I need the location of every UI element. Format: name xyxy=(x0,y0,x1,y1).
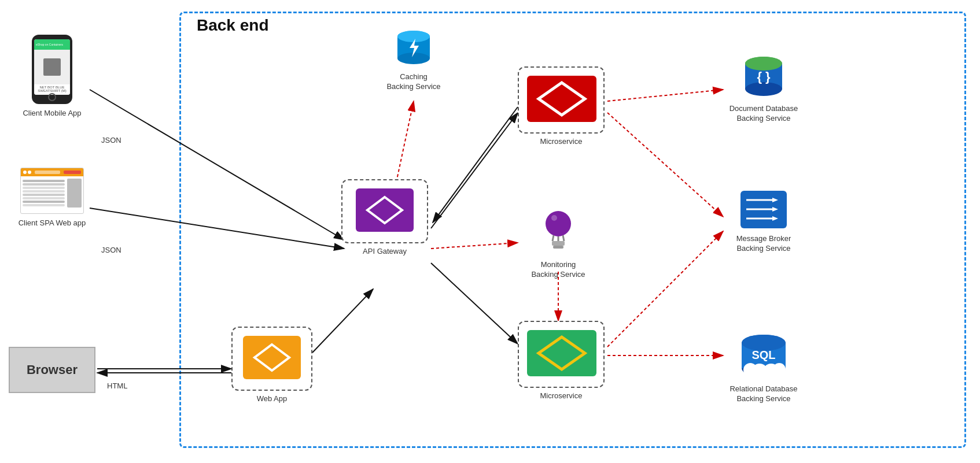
document-db-icon: { } xyxy=(723,52,804,101)
svg-text:{ }: { } xyxy=(757,69,771,84)
api-gateway-label: API Gateway xyxy=(341,247,428,257)
microservice-top: Microservice xyxy=(518,66,605,147)
svg-text:SQL: SQL xyxy=(751,349,775,361)
web-app-label: Web App xyxy=(231,394,312,404)
browser-label-inside: Browser xyxy=(27,362,78,377)
message-broker: Message Broker Backing Service xyxy=(723,191,804,254)
web-app: Web App xyxy=(231,327,312,404)
monitoring-service: Monitoring Backing Service xyxy=(518,205,599,280)
relational-db-icon: SQL xyxy=(723,327,804,381)
message-broker-label: Message Broker Backing Service xyxy=(723,234,804,254)
backend-title: Back end xyxy=(197,16,269,35)
caching-service: Caching Backing Service xyxy=(376,26,451,92)
svg-point-39 xyxy=(745,82,782,96)
svg-point-31 xyxy=(551,215,557,221)
message-broker-icon xyxy=(723,191,804,231)
client-mobile-app: eShop on Containers NET BOT BLUE SWEATSH… xyxy=(17,35,87,117)
relational-db-label: Relational Database Backing Service xyxy=(723,384,804,404)
relational-db: SQL Relational Database Backing Service xyxy=(723,327,804,404)
document-db: { } Document Database Backing Service xyxy=(723,52,804,124)
api-gateway: API Gateway xyxy=(341,179,428,257)
svg-rect-35 xyxy=(552,241,565,246)
client-mobile-label: Client Mobile App xyxy=(17,109,87,117)
caching-label: Caching Backing Service xyxy=(376,72,451,92)
spa-screenshot xyxy=(20,168,84,214)
svg-rect-22 xyxy=(356,188,414,232)
json-label-spa: JSON xyxy=(101,246,121,254)
svg-rect-58 xyxy=(748,370,782,378)
browser-box: Browser xyxy=(9,347,95,393)
monitoring-icon xyxy=(518,205,599,257)
svg-line-34 xyxy=(563,235,564,241)
api-gateway-box xyxy=(341,179,428,243)
microservice-bottom-box xyxy=(518,321,605,388)
microservice-bottom: Microservice xyxy=(518,321,605,401)
document-db-label: Document Database Backing Service xyxy=(723,104,804,124)
svg-rect-36 xyxy=(553,246,563,249)
json-label-mobile: JSON xyxy=(101,136,121,145)
microservice-top-label: Microservice xyxy=(518,137,605,147)
microservice-top-box xyxy=(518,66,605,134)
html-label: HTML xyxy=(107,381,127,390)
caching-icon xyxy=(376,26,451,69)
svg-point-20 xyxy=(397,31,430,42)
phone-icon: eShop on Containers NET BOT BLUE SWEATSH… xyxy=(32,35,72,104)
svg-point-30 xyxy=(546,211,571,236)
svg-point-40 xyxy=(745,57,782,71)
microservice-bottom-label: Microservice xyxy=(518,391,605,401)
client-spa-label: Client SPA Web app xyxy=(17,218,87,227)
monitoring-label: Monitoring Backing Service xyxy=(518,260,599,280)
diagram-container: Back end xyxy=(0,0,980,463)
svg-line-32 xyxy=(552,235,554,241)
svg-rect-24 xyxy=(243,336,301,379)
client-spa-app: Client SPA Web app xyxy=(17,168,87,227)
web-app-box xyxy=(231,327,312,391)
